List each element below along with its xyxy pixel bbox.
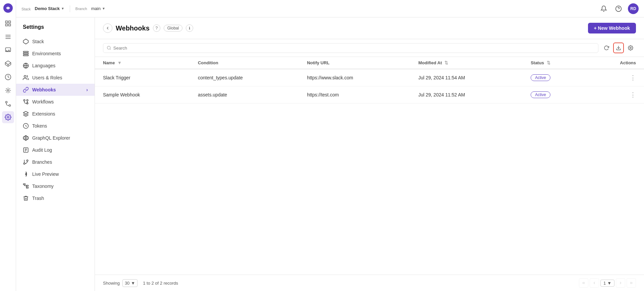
cell-status-0: Active (523, 69, 587, 86)
branch-selector[interactable]: main ▼ (91, 6, 105, 11)
branch-name: main (91, 6, 101, 11)
name-sort-icon: ▼ (117, 60, 122, 65)
svg-point-23 (23, 99, 25, 101)
nav-icon-models[interactable] (2, 58, 14, 70)
nav-icon-dashboard[interactable] (2, 17, 14, 29)
col-header-modified-at[interactable]: Modified At ⇅ (410, 57, 523, 69)
svg-rect-1 (5, 21, 7, 23)
svg-point-15 (7, 117, 9, 118)
next-page-button[interactable] (616, 278, 625, 288)
first-page-button[interactable] (579, 278, 588, 288)
taxonomy-icon (23, 183, 29, 189)
nav-icon-workflows[interactable] (2, 98, 14, 110)
refresh-button[interactable] (601, 43, 612, 53)
records-info: 1 to 2 of 2 records (143, 281, 178, 286)
page-num-chevron-icon: ▼ (607, 281, 611, 286)
nav-icon-publish[interactable] (2, 84, 14, 96)
divider (70, 5, 70, 12)
top-bar: Stack Demo Stack ▼ Branch main ▼ RD (16, 0, 644, 17)
cell-condition-1: assets.update (190, 86, 299, 103)
sidebar-item-branches[interactable]: Branches (16, 156, 95, 168)
sidebar-item-languages[interactable]: Languages (16, 60, 95, 72)
cell-name-0: Slack Trigger (95, 69, 190, 86)
sidebar-item-tokens[interactable]: Tokens (16, 120, 95, 132)
main-content: Webhooks ? Global ℹ + New Webhook (95, 17, 644, 291)
nav-icon-assets[interactable] (2, 44, 14, 56)
svg-rect-40 (26, 185, 29, 186)
nav-icon-settings[interactable] (2, 111, 14, 123)
graphql-icon (23, 135, 29, 141)
tokens-icon (23, 123, 29, 129)
table-row: Slack Trigger content_types.update https… (95, 69, 644, 86)
cell-condition-0: content_types.update (190, 69, 299, 86)
settings-button[interactable] (625, 43, 636, 53)
cell-actions-1: ⋮ (587, 86, 644, 103)
stack-selector[interactable]: Demo Stack ▼ (35, 6, 64, 11)
page-title: Webhooks (116, 24, 150, 32)
status-badge: Active (531, 91, 550, 98)
search-box[interactable] (103, 43, 598, 53)
svg-point-25 (26, 99, 28, 101)
modified-sort-icon: ⇅ (444, 60, 448, 65)
nav-icon-content[interactable] (2, 31, 14, 43)
col-header-name[interactable]: Name ▼ (95, 57, 190, 69)
col-header-notify-url: Notify URL (299, 57, 410, 69)
download-button[interactable] (613, 43, 624, 53)
branch-label: Branch (75, 7, 87, 11)
svg-marker-17 (23, 39, 29, 44)
toolbar (95, 39, 644, 57)
sidebar-item-stack[interactable]: Stack (16, 35, 95, 48)
sidebar-item-graphql[interactable]: GraphQL Explorer (16, 132, 95, 144)
branch-chevron-icon: ▼ (102, 7, 105, 10)
last-page-button[interactable] (627, 278, 636, 288)
environments-icon (23, 51, 29, 57)
svg-rect-41 (26, 187, 29, 188)
sidebar-item-audit-log[interactable]: Audit Log (16, 144, 95, 156)
prev-page-button[interactable] (590, 278, 599, 288)
help-button[interactable] (613, 3, 624, 14)
nav-icon-releases[interactable] (2, 71, 14, 83)
sidebar-item-trash[interactable]: Trash (16, 192, 95, 204)
page-number-selector[interactable]: 1 ▼ (600, 280, 614, 287)
branch-info: Branch (75, 7, 87, 11)
svg-rect-3 (8, 24, 10, 26)
page-size-chevron-icon: ▼ (131, 281, 135, 286)
row-actions-menu-0[interactable]: ⋮ (630, 74, 636, 81)
svg-rect-18 (23, 51, 29, 52)
webhooks-table: Name ▼ Condition Notify URL Modified At (95, 57, 644, 103)
global-badge[interactable]: Global (164, 25, 183, 31)
search-input[interactable] (113, 46, 595, 51)
help-icon[interactable]: ? (153, 24, 160, 32)
stack-icon (23, 39, 29, 45)
status-sort-icon: ⇅ (547, 60, 550, 65)
new-webhook-button[interactable]: + New Webhook (588, 23, 636, 33)
col-header-status[interactable]: Status ⇅ (523, 57, 587, 69)
notifications-button[interactable] (598, 3, 609, 14)
info-icon[interactable]: ℹ (186, 24, 193, 32)
svg-point-37 (23, 163, 25, 164)
stack-name: Demo Stack (35, 6, 60, 11)
svg-rect-4 (5, 24, 7, 26)
svg-rect-39 (23, 184, 25, 185)
live-preview-icon (23, 171, 29, 177)
sidebar-item-environments[interactable]: Environments (16, 48, 95, 60)
row-actions-menu-1[interactable]: ⋮ (630, 91, 636, 98)
sidebar-item-workflows[interactable]: Workflows (16, 96, 95, 108)
sidebar-item-extensions[interactable]: Extensions (16, 108, 95, 120)
app-logo[interactable] (3, 3, 13, 13)
back-button[interactable] (103, 23, 112, 33)
sidebar-item-users-roles[interactable]: Users & Roles (16, 72, 95, 84)
pagination: 1 ▼ (579, 278, 636, 288)
cell-status-1: Active (523, 86, 587, 103)
svg-point-44 (107, 46, 110, 49)
sidebar-item-taxonomy[interactable]: Taxonomy (16, 180, 95, 192)
languages-icon (23, 63, 29, 69)
status-badge: Active (531, 74, 550, 81)
webhooks-icon (23, 87, 29, 93)
sidebar-item-webhooks[interactable]: Webhooks › (16, 84, 95, 96)
user-avatar[interactable]: RD (628, 3, 639, 14)
svg-point-14 (9, 105, 10, 106)
sidebar-item-live-preview[interactable]: Live Preview (16, 168, 95, 180)
svg-point-47 (630, 47, 631, 49)
page-size-selector[interactable]: 30 ▼ (122, 279, 138, 287)
